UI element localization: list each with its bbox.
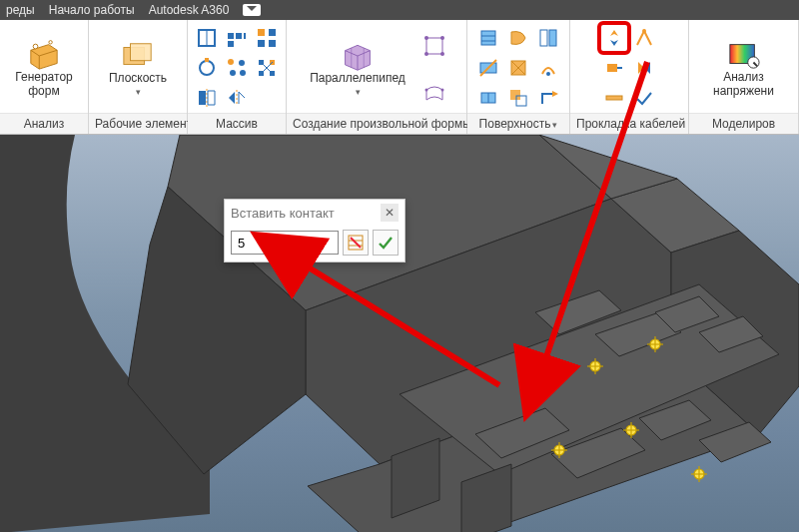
panel-modeling: Анализ напряжени Моделиров <box>689 20 799 134</box>
svg-rect-62 <box>606 96 622 100</box>
surface-stitch-icon[interactable] <box>535 25 561 51</box>
cable-segment-icon[interactable] <box>601 85 627 111</box>
surface-ext-icon[interactable] <box>535 85 561 111</box>
insert-contact-dialog: Вставить контакт ✕ <box>224 199 405 263</box>
svg-rect-34 <box>426 38 442 54</box>
box-label: Параллелепипед <box>310 72 405 86</box>
svg-rect-41 <box>481 31 495 45</box>
mirror-icon[interactable] <box>194 85 220 111</box>
plane-label: Плоскость <box>109 72 167 86</box>
surface-patch-icon[interactable] <box>505 55 531 81</box>
svg-rect-52 <box>510 90 520 100</box>
plane-dd-icon: ▾ <box>136 87 141 97</box>
svg-point-18 <box>228 59 234 65</box>
surface-delete-icon[interactable] <box>475 85 501 111</box>
svg-point-40 <box>440 88 443 91</box>
empty-slot <box>254 85 280 111</box>
svg-marker-56 <box>610 40 618 46</box>
panel-workfeatures: Плоскость ▾ Рабочие элементы▾ <box>89 20 188 134</box>
top-menu-bar: реды Начало работы Autodesk A360 <box>0 0 799 20</box>
svg-point-16 <box>200 61 214 75</box>
freeform-convert-icon[interactable] <box>421 33 447 59</box>
surface-replace-icon[interactable] <box>505 85 531 111</box>
box-button[interactable]: Параллелепипед ▾ <box>306 38 409 97</box>
svg-marker-54 <box>552 91 558 97</box>
svg-rect-14 <box>258 40 265 47</box>
circular-pattern-icon[interactable] <box>194 55 220 81</box>
contact-number-input[interactable] <box>231 231 339 255</box>
panel-title-surface[interactable]: Поверхность▾ <box>467 113 569 134</box>
svg-marker-61 <box>644 62 650 74</box>
freeform-face-icon[interactable] <box>421 81 447 107</box>
svg-rect-5 <box>130 44 151 61</box>
menu-item-start[interactable]: Начало работы <box>49 3 135 17</box>
svg-marker-55 <box>610 30 618 36</box>
model-render <box>0 135 799 532</box>
circular-pattern2-icon[interactable] <box>224 55 250 81</box>
svg-rect-58 <box>607 64 617 72</box>
menu-item-env[interactable]: реды <box>6 3 35 17</box>
box-dd-icon: ▾ <box>356 87 361 97</box>
svg-point-36 <box>440 36 444 40</box>
menu-item-a360[interactable]: Autodesk A360 <box>149 3 230 17</box>
panel-cableroute: Прокладка кабелей <box>570 20 689 134</box>
svg-rect-12 <box>258 29 265 36</box>
panel-title-freeform[interactable]: Создание произвольной формы▾ <box>287 113 466 134</box>
surface-grid <box>475 25 561 111</box>
surface-trim-icon[interactable] <box>475 55 501 81</box>
shape-generator-label2: форм <box>28 85 59 99</box>
cable-connector-icon[interactable] <box>601 55 627 81</box>
surface-sculpt-icon[interactable] <box>535 55 561 81</box>
confirm-icon[interactable] <box>373 230 399 256</box>
plane-icon <box>122 40 154 72</box>
surface-extrude-icon[interactable] <box>475 25 501 51</box>
nodes-pattern-icon[interactable] <box>254 55 280 81</box>
plane-button[interactable]: Плоскость ▾ <box>105 38 171 97</box>
svg-rect-9 <box>236 33 242 39</box>
svg-point-19 <box>239 60 245 66</box>
svg-point-57 <box>642 29 646 33</box>
panel-title-analysis: Анализ <box>0 113 88 134</box>
panel-title-modeling: Моделиров <box>689 113 798 134</box>
svg-point-39 <box>424 88 427 91</box>
svg-rect-8 <box>228 33 234 39</box>
close-icon[interactable]: ✕ <box>381 204 399 222</box>
stress-label1: Анализ <box>723 71 764 85</box>
shape-generator-button[interactable]: Генератор форм <box>11 37 76 99</box>
mirror2-icon[interactable] <box>224 85 250 111</box>
svg-rect-10 <box>244 33 246 39</box>
svg-rect-13 <box>269 29 276 36</box>
svg-rect-17 <box>205 58 209 62</box>
panel-surface: Поверхность▾ <box>467 20 570 134</box>
panel-title-workfeatures[interactable]: Рабочие элементы▾ <box>89 113 187 134</box>
panel-analysis: Генератор форм Анализ <box>0 20 89 134</box>
pick-pin-icon[interactable] <box>343 230 369 256</box>
rect-pattern2-icon[interactable] <box>224 25 250 51</box>
sketch-pattern-icon[interactable] <box>254 25 280 51</box>
svg-point-49 <box>546 72 550 76</box>
cable-fan-icon[interactable] <box>631 25 657 51</box>
cable-check-icon[interactable] <box>631 85 657 111</box>
stress-analysis-button[interactable]: Анализ напряжени <box>709 37 778 99</box>
cable-pin-icon[interactable] <box>631 55 657 81</box>
panel-title-pattern: Массив <box>188 113 286 134</box>
cable-grid <box>601 25 657 111</box>
shape-generator-icon <box>28 39 60 71</box>
svg-rect-44 <box>540 30 547 46</box>
svg-point-37 <box>424 52 428 56</box>
svg-point-3 <box>49 40 52 43</box>
svg-point-21 <box>240 70 246 76</box>
menu-overflow-icon[interactable] <box>243 4 261 16</box>
svg-point-38 <box>440 52 444 56</box>
rect-pattern-icon[interactable] <box>194 25 220 51</box>
insert-pin-button[interactable] <box>601 25 627 51</box>
svg-point-2 <box>33 44 38 49</box>
panel-title-cableroute: Прокладка кабелей <box>570 113 688 134</box>
svg-point-64 <box>747 57 758 68</box>
dialog-title: Вставить контакт <box>231 206 335 221</box>
viewport-3d[interactable]: Вставить контакт ✕ <box>0 135 799 532</box>
stress-label2: напряжени <box>713 85 774 99</box>
surface-revolve-icon[interactable] <box>505 25 531 51</box>
panel-pattern: Массив <box>188 20 287 134</box>
box-icon <box>342 40 374 72</box>
